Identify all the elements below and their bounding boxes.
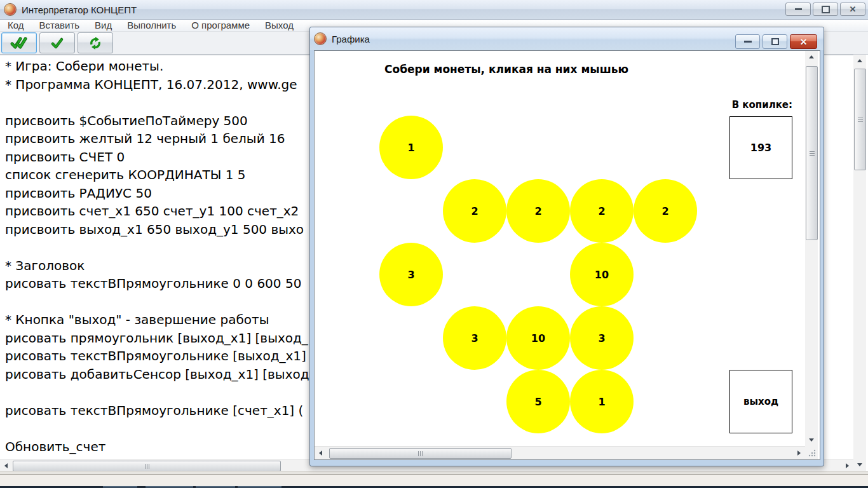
graphics-close-button[interactable]: ✕ [790, 34, 817, 49]
restore-icon [771, 38, 779, 45]
check-button[interactable] [39, 32, 75, 53]
double-check-icon [10, 36, 29, 50]
coin[interactable]: 2 [634, 179, 697, 243]
coin[interactable]: 1 [379, 116, 443, 179]
score-value: 193 [750, 142, 771, 154]
graphics-client-area: Собери монеты, кликая на них мышью В коп… [314, 50, 820, 460]
graphics-minimize-button[interactable] [735, 34, 760, 49]
menu-item-выполнить[interactable]: Выполнить [119, 20, 184, 31]
main-vscroll-thumb[interactable] [854, 69, 866, 170]
refresh-button[interactable] [78, 32, 113, 53]
coin[interactable]: 10 [506, 306, 570, 370]
coin[interactable]: 3 [570, 306, 634, 370]
resize-grip-icon [808, 449, 817, 458]
main-vertical-scrollbar[interactable] [853, 55, 866, 471]
coin[interactable]: 2 [570, 179, 634, 243]
close-button[interactable]: ✕ [840, 3, 865, 16]
refresh-icon [88, 36, 102, 50]
app-icon [4, 3, 17, 16]
graphics-vertical-scrollbar[interactable] [805, 51, 818, 446]
menu-item-о-программе[interactable]: О программе [184, 20, 257, 31]
scroll-left-icon[interactable] [319, 451, 322, 456]
close-icon: ✕ [800, 37, 808, 46]
menu-item-вставить[interactable]: Вставить [32, 20, 88, 31]
main-hscroll-thumb[interactable] [13, 461, 281, 471]
exit-button[interactable]: выход [729, 370, 792, 433]
coin[interactable]: 2 [443, 179, 506, 243]
graphics-titlebar[interactable]: Графика ✕ [310, 27, 824, 50]
graphics-window-icon [314, 32, 327, 45]
scroll-right-icon[interactable] [846, 463, 849, 468]
coin[interactable]: 2 [506, 179, 570, 243]
menu-item-код[interactable]: Код [0, 20, 32, 31]
scroll-down-icon[interactable] [809, 438, 814, 442]
coin[interactable]: 1 [570, 370, 634, 433]
minimize-button[interactable] [785, 3, 811, 16]
coin[interactable]: 10 [570, 243, 634, 306]
score-box: 193 [729, 116, 792, 179]
scroll-up-icon[interactable] [857, 59, 862, 62]
run-button[interactable] [1, 32, 37, 53]
resize-grip[interactable] [805, 446, 818, 459]
minimize-icon [795, 8, 802, 10]
graphics-window-title: Графика [332, 34, 370, 44]
exit-button-label: выход [743, 396, 778, 407]
coin[interactable]: 3 [379, 243, 443, 306]
check-icon [50, 36, 65, 50]
menu-item-выход[interactable]: Выход [257, 20, 301, 31]
coin[interactable]: 3 [443, 306, 506, 370]
restore-button[interactable] [813, 3, 838, 16]
close-icon: ✕ [850, 5, 857, 13]
status-panel [0, 474, 868, 486]
minimize-icon [744, 41, 752, 43]
window-title: Интерпретатор КОНЦЕПТ [22, 4, 137, 15]
graphics-restore-button[interactable] [763, 34, 787, 49]
menu-item-вид[interactable]: Вид [87, 20, 119, 31]
coin[interactable]: 5 [506, 370, 570, 433]
restore-icon [822, 6, 830, 13]
scroll-right-icon[interactable] [797, 451, 801, 456]
graphics-horizontal-scrollbar[interactable] [315, 446, 805, 459]
game-canvas[interactable]: Собери монеты, кликая на них мышью В коп… [315, 51, 805, 446]
scroll-up-icon[interactable] [809, 55, 814, 58]
graphics-window: Графика ✕ Собери монеты, кликая на них м… [309, 27, 824, 466]
graphics-hscroll-thumb[interactable] [329, 448, 512, 459]
graphics-vscroll-thumb[interactable] [806, 66, 818, 240]
screen: { "main_window": { "title": "Интерпретат… [0, 0, 868, 488]
score-label: В копилке: [696, 99, 792, 111]
scroll-down-icon[interactable] [857, 463, 862, 466]
main-titlebar: Интерпретатор КОНЦЕПТ ✕ [0, 0, 868, 20]
game-header-text: Собери монеты, кликая на них мышью [316, 63, 697, 76]
scroll-left-icon[interactable] [4, 463, 8, 468]
